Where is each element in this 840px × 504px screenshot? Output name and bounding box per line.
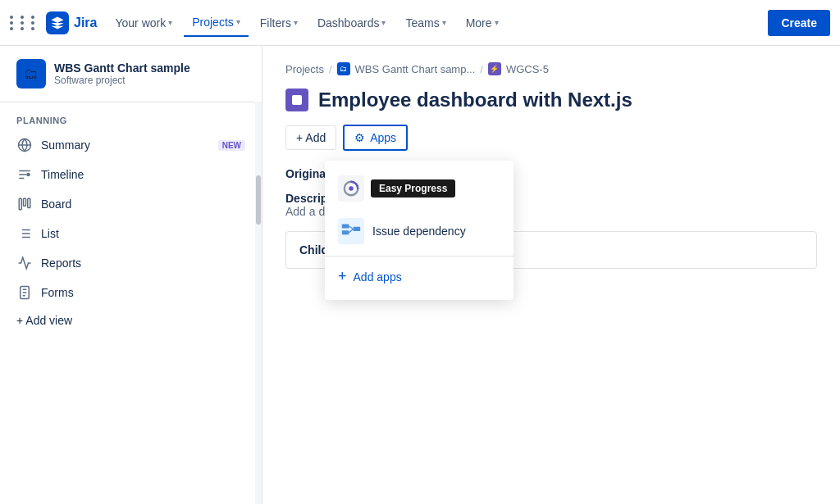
breadcrumb-issue-icon: ⚡ (488, 62, 501, 75)
breadcrumb-sep-1: / (329, 63, 332, 75)
dropdown-item-issue-dependency[interactable]: Issue dependency (325, 210, 514, 252)
issue-title: Employee dashboard with Next.js (318, 89, 632, 111)
planning-label: PLANNING (0, 102, 262, 130)
svg-rect-16 (292, 95, 302, 105)
dropdown-divider (325, 256, 514, 257)
sidebar-item-summary[interactable]: Summary NEW (0, 130, 262, 160)
app-grid-icon[interactable] (10, 16, 39, 30)
svg-line-23 (349, 229, 353, 232)
issue-type-icon (285, 89, 308, 111)
timeline-icon (16, 166, 33, 183)
sidebar: 🗂 WBS Gantt Chart sample Software projec… (0, 46, 262, 504)
sidebar-item-timeline[interactable]: Timeline (0, 160, 262, 189)
reports-icon (16, 255, 33, 271)
chevron-down-icon: ▾ (495, 18, 499, 27)
forms-icon (16, 284, 33, 301)
globe-icon (16, 137, 33, 153)
chevron-down-icon: ▾ (294, 18, 298, 27)
dashboards-nav[interactable]: Dashboards ▾ (309, 10, 395, 36)
add-button[interactable]: + Add (285, 125, 336, 150)
svg-rect-20 (342, 230, 349, 234)
project-info: WBS Gantt Chart sample Software project (54, 61, 190, 86)
forms-label: Forms (41, 286, 245, 299)
your-work-nav[interactable]: Your work ▾ (107, 10, 180, 36)
scroll-thumb[interactable] (256, 175, 261, 225)
sidebar-item-list[interactable]: List (0, 219, 262, 248)
scroll-track (255, 102, 262, 504)
dropdown-add-apps[interactable]: + Add apps (325, 260, 514, 293)
summary-label: Summary (41, 138, 207, 152)
dropdown-item-easy-progress[interactable]: Easy Progress Easy Progress (325, 167, 514, 210)
svg-rect-4 (24, 198, 26, 206)
logo-text: Jira (74, 16, 97, 30)
chevron-down-icon: ▾ (236, 17, 240, 26)
toolbar: + Add ⚙ Apps Easy Progress Easy P (285, 125, 817, 151)
list-icon (16, 225, 33, 242)
new-badge: NEW (218, 140, 245, 151)
reports-label: Reports (41, 257, 245, 270)
issue-title-row: Employee dashboard with Next.js (285, 89, 817, 111)
main-layout: 🗂 WBS Gantt Chart sample Software projec… (0, 46, 840, 504)
easy-progress-icon (338, 175, 364, 202)
jira-logo[interactable]: Jira (46, 11, 97, 34)
breadcrumb: Projects / 🗂 WBS Gantt Chart samp... / ⚡… (285, 62, 817, 75)
board-icon (16, 196, 33, 212)
apps-dropdown: Easy Progress Easy Progress Issue depe (325, 161, 514, 300)
projects-nav[interactable]: Projects ▾ (184, 9, 249, 37)
apps-icon: ⚙ (354, 131, 365, 144)
apps-label: Apps (370, 131, 396, 144)
breadcrumb-sep-2: / (480, 63, 483, 75)
svg-line-22 (349, 226, 353, 229)
top-navigation: Jira Your work ▾ Projects ▾ Filters ▾ Da… (0, 0, 840, 46)
project-type: Software project (54, 75, 190, 86)
sidebar-item-add-view[interactable]: + Add view (0, 307, 262, 334)
plus-icon: + (338, 268, 347, 285)
svg-rect-3 (19, 198, 21, 210)
breadcrumb-issue[interactable]: WGCS-5 (506, 63, 549, 75)
chevron-down-icon: ▾ (442, 18, 446, 27)
breadcrumb-projects[interactable]: Projects (285, 63, 324, 75)
issue-dependency-label: Issue dependency (372, 225, 466, 238)
board-label: Board (41, 198, 245, 211)
project-header: 🗂 WBS Gantt Chart sample Software projec… (0, 46, 262, 102)
apps-button[interactable]: ⚙ Apps (343, 125, 408, 151)
svg-rect-21 (354, 227, 361, 231)
main-content: Projects / 🗂 WBS Gantt Chart samp... / ⚡… (262, 46, 840, 504)
svg-point-18 (349, 186, 354, 191)
project-name: WBS Gantt Chart sample (54, 61, 190, 75)
sidebar-scroll: PLANNING Summary NEW Timeline Board (0, 102, 262, 504)
project-icon: 🗂 (16, 59, 46, 89)
easy-progress-tooltip: Easy Progress (371, 179, 455, 198)
sidebar-item-reports[interactable]: Reports (0, 248, 262, 278)
svg-point-2 (27, 174, 30, 176)
timeline-label: Timeline (41, 168, 245, 181)
sidebar-item-forms[interactable]: Forms (0, 278, 262, 307)
filters-nav[interactable]: Filters ▾ (252, 10, 306, 36)
issue-dependency-icon (338, 218, 364, 244)
add-apps-label: Add apps (354, 270, 402, 284)
svg-rect-5 (28, 198, 30, 207)
svg-rect-19 (342, 224, 349, 228)
create-button[interactable]: Create (768, 10, 830, 36)
breadcrumb-project[interactable]: WBS Gantt Chart samp... (355, 63, 476, 75)
list-label: List (41, 227, 245, 240)
chevron-down-icon: ▾ (381, 18, 386, 27)
breadcrumb-project-icon: 🗂 (337, 62, 350, 75)
chevron-down-icon: ▾ (168, 18, 172, 27)
add-view-label: + Add view (16, 314, 245, 327)
teams-nav[interactable]: Teams ▾ (397, 10, 454, 36)
more-nav[interactable]: More ▾ (458, 10, 507, 36)
sidebar-item-board[interactable]: Board (0, 189, 262, 219)
